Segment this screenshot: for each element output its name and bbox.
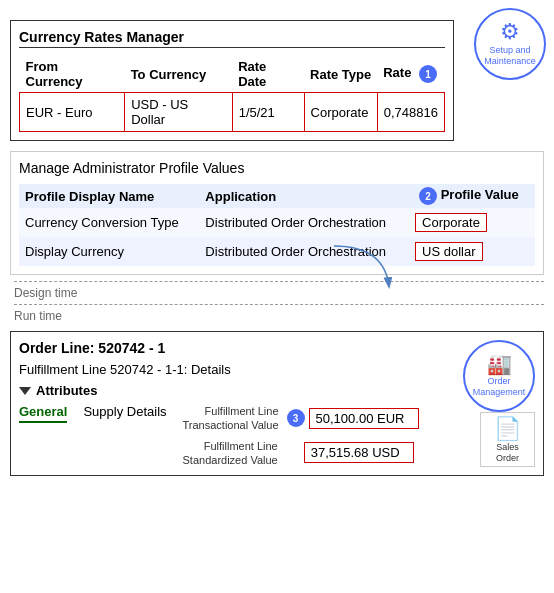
sales-order-label: SalesOrder xyxy=(496,442,519,464)
currency-table: From Currency To Currency Rate Date Rate… xyxy=(19,56,445,132)
order-line-section: Order Line: 520742 - 1 🏭 OrderManagement… xyxy=(10,331,544,476)
from-currency-value: EUR - Euro xyxy=(20,93,125,132)
currency-rates-section: Currency Rates Manager From Currency To … xyxy=(10,20,454,141)
order-management-label: OrderManagement xyxy=(473,376,526,398)
fv-row-2: Fulfillment LineStandardized Value 37,51… xyxy=(183,439,419,468)
order-management-icon: 🏭 xyxy=(487,354,512,374)
tab-general[interactable]: General xyxy=(19,404,67,423)
application-1: Distributed Order Orchestration xyxy=(199,208,409,237)
triangle-icon xyxy=(19,387,31,395)
currency-row: EUR - Euro USD - US Dollar 1/5/21 Corpor… xyxy=(20,93,445,132)
profile-name-1: Currency Conversion Type xyxy=(19,208,199,237)
badge-2: 2 xyxy=(419,187,437,205)
profile-name-header: Profile Display Name xyxy=(19,184,199,208)
attributes-label: Attributes xyxy=(36,383,97,398)
arrow-icon xyxy=(324,241,404,296)
profile-value-2: US dollar xyxy=(409,237,535,266)
rate-value: 0,748816 xyxy=(377,93,444,132)
rate-type-value: Corporate xyxy=(304,93,377,132)
rate-date-header: Rate Date xyxy=(232,56,304,93)
profile-name-2: Display Currency xyxy=(19,237,199,266)
profile-table: Profile Display Name Application 2 Profi… xyxy=(19,184,535,266)
order-management-button[interactable]: 🏭 OrderManagement xyxy=(463,340,535,412)
gear-icon: ⚙ xyxy=(500,21,520,43)
sales-order-icon: 📄 xyxy=(494,416,521,442)
profile-values-title: Manage Administrator Profile Values xyxy=(19,160,535,176)
fulfillment-line-label: Fulfillment Line 520742 - 1-1: Details xyxy=(19,362,535,377)
fv-label-1: Fulfillment LineTransactional Value xyxy=(183,404,279,433)
order-line-title: Order Line: 520742 - 1 xyxy=(19,340,535,356)
design-time-label: Design time xyxy=(14,284,544,302)
tabs-container: General Supply Details xyxy=(19,404,167,429)
application-header: Application xyxy=(199,184,409,208)
setup-maintenance-button[interactable]: ⚙ Setup andMaintenance xyxy=(474,8,546,80)
tabs-row: General Supply Details xyxy=(19,404,167,423)
sales-order-button[interactable]: 📄 SalesOrder xyxy=(480,412,535,467)
rate-header: Rate 1 xyxy=(377,56,444,93)
fv-value-1: 50,100.00 EUR xyxy=(309,408,419,429)
attributes-header: Attributes xyxy=(19,383,535,398)
value-box-corporate: Corporate xyxy=(415,213,487,232)
run-time-label: Run time xyxy=(14,307,544,325)
profile-value-header: 2 Profile Value xyxy=(409,184,535,208)
badge-3: 3 xyxy=(287,409,305,427)
rate-type-header: Rate Type xyxy=(304,56,377,93)
profile-row-1: Currency Conversion Type Distributed Ord… xyxy=(19,208,535,237)
currency-rates-title: Currency Rates Manager xyxy=(19,29,445,48)
fv-value-2: 37,515.68 USD xyxy=(304,442,414,463)
fv-row-1: Fulfillment LineTransactional Value 3 50… xyxy=(183,404,419,433)
main-container: ⚙ Setup andMaintenance Currency Rates Ma… xyxy=(0,0,554,593)
separator-area: Design time Run time xyxy=(10,281,544,325)
setup-label: Setup andMaintenance xyxy=(484,45,536,67)
fv-label-2: Fulfillment LineStandardized Value xyxy=(183,439,278,468)
from-currency-header: From Currency xyxy=(20,56,125,93)
profile-value-1: Corporate xyxy=(409,208,535,237)
profile-row-2: Display Currency Distributed Order Orche… xyxy=(19,237,535,266)
profile-values-section: Manage Administrator Profile Values Prof… xyxy=(10,151,544,275)
badge-1: 1 xyxy=(419,65,437,83)
fulfillment-values: Fulfillment LineTransactional Value 3 50… xyxy=(183,404,419,467)
tab-supply-details[interactable]: Supply Details xyxy=(83,404,166,423)
to-currency-value: USD - US Dollar xyxy=(125,93,233,132)
to-currency-header: To Currency xyxy=(125,56,233,93)
value-box-usdollar: US dollar xyxy=(415,242,482,261)
rate-date-value: 1/5/21 xyxy=(232,93,304,132)
